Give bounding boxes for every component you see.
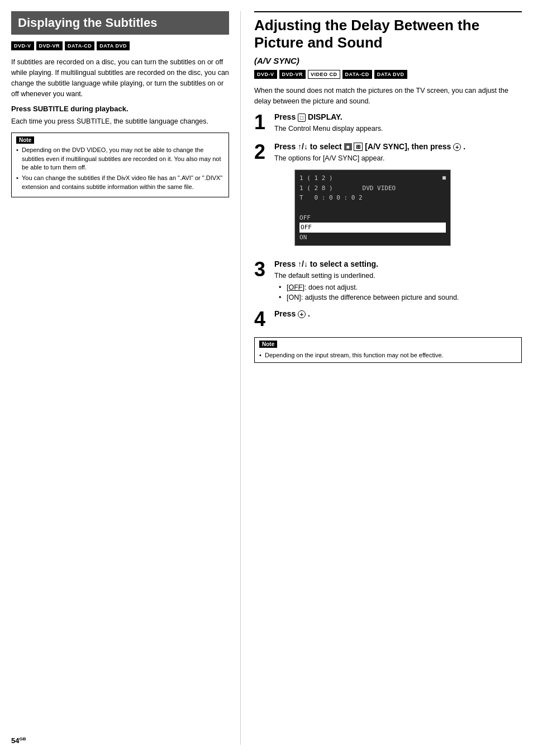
badge-right-data-cd: DATA-CD <box>342 70 372 79</box>
badge-right-video-cd: VIDEO CD <box>308 70 340 79</box>
step-3-title: Press ↑/↓ to select a setting. <box>274 259 522 268</box>
screen-line1: 1 ( 1 2 ) ■ <box>299 173 446 183</box>
step-4-number: 4 <box>254 309 270 329</box>
left-badge-row: DVD-V DVD-VR DATA-CD DATA DVD <box>11 41 229 50</box>
step-3-bullet-2: • [ON]: adjusts the difference between p… <box>279 294 522 301</box>
left-note-box: Note Depending on the DVD VIDEO, you may… <box>11 133 229 197</box>
badge-dvd-v: DVD-V <box>11 41 34 50</box>
step-4-content: Press + . <box>274 309 522 320</box>
av-sync-screen: 1 ( 1 2 ) ■ 1 ( 2 8 ) DVD VIDEO T 0 : 0 … <box>294 169 451 246</box>
step-1-title: Press □ DISPLAY. <box>274 112 522 121</box>
step-2-desc: The options for [A/V SYNC] appear. <box>274 153 522 164</box>
step-4: 4 Press + . <box>254 309 522 329</box>
badge-right-dvd-v: DVD-V <box>254 70 277 79</box>
step-3-bullet-1: • [OFF]: does not adjust. <box>279 284 522 291</box>
step-1-desc: The Control Menu display appears. <box>274 124 522 134</box>
screen-line2: 1 ( 2 8 ) DVD VIDEO <box>299 183 446 193</box>
right-note-label: Note <box>259 341 277 348</box>
badge-right-data-dvd: DATA DVD <box>374 70 407 79</box>
step-1-number: 1 <box>254 112 270 133</box>
badge-right-dvd-vr: DVD-VR <box>279 70 306 79</box>
screen-line4 <box>299 203 446 213</box>
right-title: Adjusting the Delay Between the Picture … <box>254 11 522 51</box>
step-3-bullets: • [OFF]: does not adjust. • [ON]: adjust… <box>274 284 522 301</box>
step-3-desc: The default setting is underlined. <box>274 271 522 281</box>
left-note-list: Depending on the DVD VIDEO, you may not … <box>16 146 224 191</box>
step-3: 3 Press ↑/↓ to select a setting. The def… <box>254 259 522 301</box>
badge-data-cd: DATA-CD <box>65 41 94 50</box>
step-2: 2 Press ↑/↓ to select ■ ⊞ [A/V SYNC], th… <box>254 142 522 252</box>
screen-line6-highlight: OFF <box>299 223 446 233</box>
page-number: 54GB <box>11 736 26 745</box>
step-1-content: Press □ DISPLAY. The Control Menu displa… <box>274 112 522 134</box>
left-intro: If subtitles are recorded on a disc, you… <box>11 57 229 99</box>
step-3-number: 3 <box>254 259 270 280</box>
step-2-content: Press ↑/↓ to select ■ ⊞ [A/V SYNC], then… <box>274 142 522 252</box>
left-subheading: Press SUBTITLE during playback. <box>11 105 229 113</box>
step-2-number: 2 <box>254 142 270 162</box>
left-subtext: Each time you press SUBTITLE, the subtit… <box>11 116 229 127</box>
badge-dvd-vr: DVD-VR <box>36 41 63 50</box>
left-note-label: Note <box>16 136 34 144</box>
right-note-list: • Depending on the input stream, this fu… <box>259 351 517 360</box>
right-badge-row: DVD-V DVD-VR VIDEO CD DATA-CD DATA DVD <box>254 70 522 79</box>
step-4-title: Press + . <box>274 309 522 318</box>
left-title: Displaying the Subtitles <box>11 11 229 35</box>
left-note-item-1: Depending on the DVD VIDEO, you may not … <box>16 146 224 172</box>
right-intro: When the sound does not match the pictur… <box>254 86 522 107</box>
right-section: Adjusting the Delay Between the Picture … <box>241 11 522 745</box>
badge-data-dvd: DATA DVD <box>97 41 130 50</box>
step-2-title: Press ↑/↓ to select ■ ⊞ [A/V SYNC], then… <box>274 142 522 152</box>
right-note-box: Note • Depending on the input stream, th… <box>254 337 522 363</box>
av-sync-label: (A/V SYNC) <box>254 56 522 65</box>
screen-line5: OFF <box>299 213 446 223</box>
step-3-content: Press ↑/↓ to select a setting. The defau… <box>274 259 522 301</box>
right-note-item-1: • Depending on the input stream, this fu… <box>259 351 517 360</box>
left-section: Displaying the Subtitles DVD-V DVD-VR DA… <box>11 11 241 745</box>
screen-line3: T 0 : 0 0 : 0 2 <box>299 193 446 203</box>
screen-line7: ON <box>299 233 446 243</box>
step-1: 1 Press □ DISPLAY. The Control Menu disp… <box>254 112 522 134</box>
left-note-item-2: You can change the subtitles if the DivX… <box>16 174 224 191</box>
